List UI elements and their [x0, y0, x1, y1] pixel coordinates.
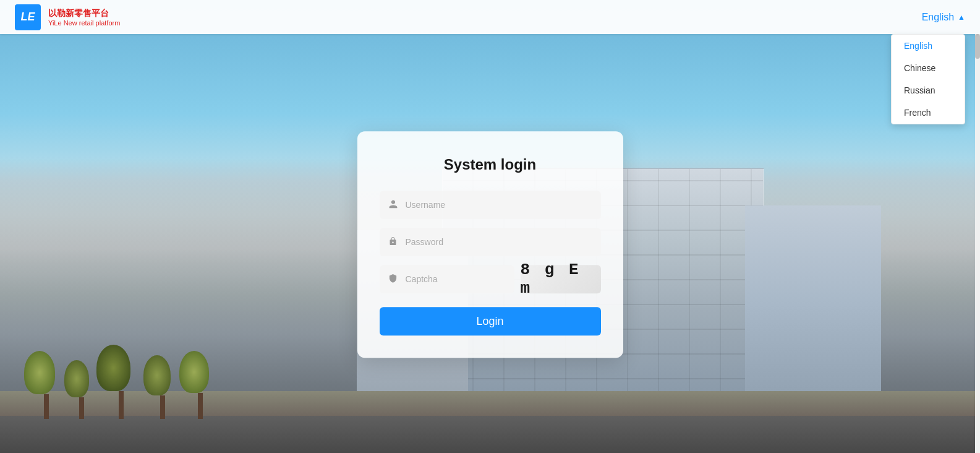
logo-area: LE 以勒新零售平台 YiLe New retail platform	[15, 4, 120, 30]
password-input[interactable]	[380, 228, 601, 256]
lang-option-english[interactable]: English	[892, 35, 965, 57]
scrollbar[interactable]	[975, 34, 980, 453]
login-button[interactable]: Login	[380, 307, 601, 335]
scrollbar-thumb[interactable]	[975, 34, 980, 59]
logo-text-en: YiLe New retail platform	[48, 19, 120, 27]
lang-option-french[interactable]: French	[892, 101, 965, 124]
logo-text: 以勒新零售平台 YiLe New retail platform	[48, 8, 120, 27]
trees	[31, 345, 216, 419]
login-card: System login	[357, 131, 623, 358]
captcha-row: 8 g E m	[380, 265, 601, 293]
logo-icon: LE	[15, 4, 41, 30]
lang-option-russian[interactable]: Russian	[892, 79, 965, 101]
username-input[interactable]	[380, 191, 601, 219]
header: LE 以勒新零售平台 YiLe New retail platform Engl…	[0, 0, 980, 34]
captcha-field: 8 g E m	[380, 265, 601, 293]
lang-option-chinese[interactable]: Chinese	[892, 57, 965, 79]
username-field	[380, 191, 601, 219]
logo-text-cn: 以勒新零售平台	[48, 8, 120, 19]
captcha-image[interactable]: 8 g E m	[521, 265, 601, 293]
lang-current-label: English	[922, 12, 954, 23]
captcha-input[interactable]	[380, 265, 514, 293]
lock-icon	[388, 236, 398, 248]
language-selector[interactable]: English ▲	[922, 12, 965, 23]
captcha-input-wrap	[380, 265, 514, 293]
building-right	[745, 205, 881, 403]
road	[0, 416, 980, 453]
password-field	[380, 228, 601, 256]
language-dropdown: English Chinese Russian French	[891, 34, 965, 124]
login-title: System login	[380, 156, 601, 173]
shield-icon	[388, 274, 398, 285]
chevron-up-icon: ▲	[958, 13, 965, 22]
user-icon	[388, 199, 398, 211]
